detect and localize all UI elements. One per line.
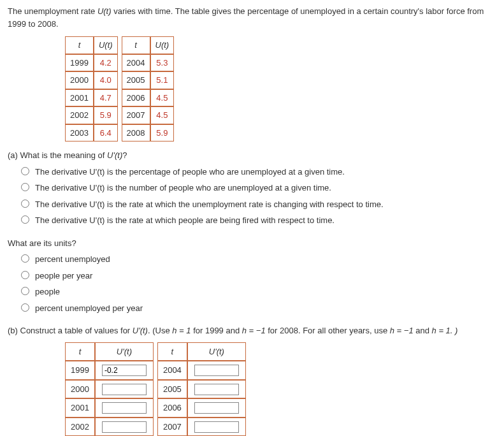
units-option-1-radio[interactable]: [21, 254, 29, 263]
ans-col-ut-2: U'(t): [187, 342, 246, 361]
question-a-label: (a) What is the meaning of U'(t)?: [8, 149, 496, 162]
qa-option-3-radio[interactable]: [21, 200, 29, 208]
ans-col-t: t: [65, 342, 95, 361]
table-row: 5.1: [150, 71, 175, 89]
question-b: (b) Construct a table of values for U'(t…: [8, 324, 496, 436]
ans-year: 1999: [65, 361, 95, 380]
units-option-2-label: people per year: [35, 270, 92, 282]
ans-year: 2001: [65, 398, 95, 418]
ans-year: 2002: [65, 418, 95, 437]
units-option-2-radio[interactable]: [21, 271, 29, 279]
units-option-3-label: people: [35, 286, 60, 298]
ans-input-2007[interactable]: [194, 421, 239, 433]
units-option-4-radio[interactable]: [21, 303, 29, 312]
table-row: 6.4: [94, 124, 118, 142]
table-row: 1999: [65, 54, 94, 72]
table-row: 5.9: [150, 124, 175, 142]
intro-func: U(t): [97, 6, 112, 16]
table-row: 4.0: [94, 71, 118, 89]
table-row: 4.5: [150, 89, 175, 107]
table-row: 2005: [122, 71, 150, 89]
col-ut-header-2: U(t): [150, 36, 175, 54]
table-row: 2006: [122, 89, 150, 107]
ans-input-2000[interactable]: [102, 384, 147, 395]
ans-input-2001[interactable]: [102, 402, 147, 414]
given-data-table: t U(t) t U(t) 1999 4.2 2004 5.3 2000 4.0…: [65, 36, 496, 142]
ans-col-t-2: t: [157, 342, 187, 361]
table-row: 2000: [65, 71, 94, 89]
ans-year: 2006: [157, 398, 187, 418]
table-row: 4.7: [94, 89, 118, 107]
problem-statement: The unemployment rate U(t) varies with t…: [8, 5, 496, 30]
units-option-3-radio[interactable]: [21, 287, 29, 295]
table-row: 2002: [65, 106, 94, 124]
ans-input-2002[interactable]: [102, 421, 147, 433]
table-row: 4.5: [150, 106, 175, 124]
ans-input-2006[interactable]: [194, 402, 239, 414]
qa-option-1-label: The derivative U'(t) is the percentage o…: [35, 166, 345, 178]
table-row: 2008: [122, 124, 150, 142]
table-row: 2001: [65, 89, 94, 107]
question-units: What are its units? percent unemployed p…: [8, 237, 496, 315]
question-a: (a) What is the meaning of U'(t)? The de…: [8, 149, 496, 227]
ans-year: 2005: [157, 380, 187, 399]
ans-input-2005[interactable]: [194, 384, 239, 395]
col-t-header: t: [65, 36, 94, 54]
col-ut-header: U(t): [94, 36, 118, 54]
ans-input-2004[interactable]: [194, 365, 239, 376]
table-row: 2003: [65, 124, 94, 142]
ans-year: 2007: [157, 418, 187, 437]
table-row: 5.9: [94, 106, 118, 124]
qa-option-1-radio[interactable]: [21, 167, 29, 175]
qa-option-2-label: The derivative U'(t) is the number of pe…: [35, 182, 331, 194]
answer-table: t U'(t) t U'(t) 1999 2004 2000 2005: [65, 342, 246, 437]
ans-year: 2004: [157, 361, 187, 380]
qa-option-4-radio[interactable]: [21, 215, 29, 224]
table-row: 2004: [122, 54, 150, 72]
ans-input-1999[interactable]: [102, 365, 147, 376]
table-row: 4.2: [94, 54, 118, 72]
qa-option-2-radio[interactable]: [21, 183, 29, 191]
question-b-label: (b) Construct a table of values for U'(t…: [8, 324, 496, 337]
units-option-4-label: percent unemployed per year: [35, 302, 143, 315]
table-row: 2007: [122, 106, 150, 124]
ans-year: 2000: [65, 380, 95, 399]
qa-option-3-label: The derivative U'(t) is the rate at whic…: [35, 198, 384, 211]
table-row: 5.3: [150, 54, 175, 72]
qa-option-4-label: The derivative U'(t) is the rate at whic…: [35, 214, 335, 227]
intro-text: The unemployment rate: [8, 6, 97, 16]
ans-col-ut: U'(t): [95, 342, 154, 361]
question-units-label: What are its units?: [8, 237, 496, 250]
units-option-1-label: percent unemployed: [35, 253, 110, 266]
col-t-header-2: t: [122, 36, 150, 54]
